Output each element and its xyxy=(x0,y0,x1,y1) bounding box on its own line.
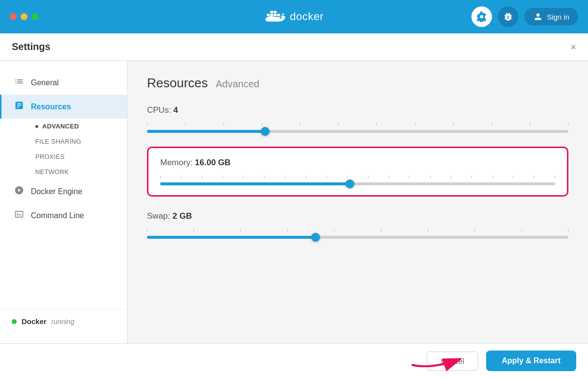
swap-section: Swap: 2 GB xyxy=(147,211,568,239)
sidebar-subitem-network[interactable]: NETWORK xyxy=(29,164,127,179)
svg-point-6 xyxy=(279,17,281,19)
notch xyxy=(453,123,454,126)
titlebar: docker Sign in xyxy=(0,0,588,33)
sidebar-label-general: General xyxy=(31,78,59,87)
sidebar-label-resources: Resources xyxy=(31,102,71,111)
svg-rect-1 xyxy=(270,14,273,16)
docker-logo: docker xyxy=(264,8,323,25)
content-area: General Resources ADVANCED FILE SHARING xyxy=(0,61,588,343)
notch xyxy=(223,123,224,126)
notch xyxy=(326,176,327,178)
cpus-slider-fill xyxy=(147,130,265,133)
notch xyxy=(347,176,347,178)
bottom-bar: Cancel Apply & Restart xyxy=(0,343,588,378)
sidebar-item-docker-engine[interactable]: Docker Engine xyxy=(0,179,127,203)
notch xyxy=(521,229,522,232)
notch xyxy=(243,176,244,178)
notch xyxy=(409,176,410,178)
svg-rect-5 xyxy=(273,11,276,13)
notch xyxy=(389,176,389,178)
window-controls xyxy=(10,13,38,20)
notch xyxy=(381,229,381,232)
subitem-label-network: NETWORK xyxy=(35,168,69,176)
notch xyxy=(513,176,514,178)
docker-status-label: Docker xyxy=(22,317,47,326)
bug-icon-button[interactable] xyxy=(498,6,518,27)
sign-in-button[interactable]: Sign in xyxy=(524,8,578,25)
cpus-notches xyxy=(147,123,568,126)
notch xyxy=(306,176,306,178)
memory-slider-thumb[interactable] xyxy=(345,179,354,188)
svg-rect-0 xyxy=(267,14,270,16)
subitem-label-file-sharing: FILE SHARING xyxy=(35,138,81,145)
notch xyxy=(300,123,300,126)
notch xyxy=(451,176,451,178)
docker-status-dot xyxy=(12,319,17,324)
memory-slider-fill xyxy=(160,182,350,185)
notch xyxy=(194,229,194,232)
sidebar-item-command-line[interactable]: Command Line xyxy=(0,203,127,227)
notch xyxy=(555,176,555,178)
main-window: Settings × General Resources xyxy=(0,33,588,378)
settings-icon-button[interactable] xyxy=(471,6,492,27)
memory-label: Memory: 16.00 GB xyxy=(160,158,555,168)
settings-close-button[interactable]: × xyxy=(570,42,576,52)
general-icon xyxy=(13,76,25,89)
docker-status-state: running xyxy=(51,318,74,326)
page-tab-advanced[interactable]: Advanced xyxy=(216,78,259,90)
apply-restart-button[interactable]: Apply & Restart xyxy=(486,351,576,371)
swap-slider-fill xyxy=(147,236,316,239)
close-window-button[interactable] xyxy=(10,13,17,20)
sidebar-item-general[interactable]: General xyxy=(0,71,127,95)
arrow-annotation xyxy=(407,345,470,372)
cpus-slider-thumb[interactable] xyxy=(261,127,270,136)
swap-label: Swap: 2 GB xyxy=(147,211,568,221)
sidebar-label-docker-engine: Docker Engine xyxy=(31,187,82,196)
sidebar-subitems: ADVANCED FILE SHARING PROXIES NETWORK xyxy=(0,119,127,179)
notch xyxy=(241,229,241,232)
sign-in-label: Sign in xyxy=(547,13,569,21)
notch xyxy=(147,229,147,232)
sidebar-item-resources[interactable]: Resources xyxy=(0,95,127,119)
notch xyxy=(534,176,534,178)
notch xyxy=(430,176,431,178)
page-header: Resources Advanced xyxy=(147,76,568,91)
notch xyxy=(492,176,493,178)
notch xyxy=(222,176,223,178)
notch xyxy=(202,176,202,178)
notch xyxy=(334,229,335,232)
settings-header: Settings × xyxy=(0,33,588,61)
swap-slider-thumb[interactable] xyxy=(311,233,320,242)
sidebar-footer: Docker running xyxy=(0,309,127,333)
svg-rect-4 xyxy=(270,11,273,13)
maximize-window-button[interactable] xyxy=(31,13,38,20)
sidebar-subitem-file-sharing[interactable]: FILE SHARING xyxy=(29,134,127,149)
command-line-icon xyxy=(13,209,25,222)
sidebar: General Resources ADVANCED FILE SHARING xyxy=(0,61,127,343)
notch xyxy=(474,229,475,232)
sidebar-label-command-line: Command Line xyxy=(31,211,84,220)
notch xyxy=(368,176,368,178)
cpus-label-text: CPUs: 4 xyxy=(147,105,178,115)
resources-icon xyxy=(13,101,25,113)
svg-rect-2 xyxy=(273,14,276,16)
bullet-icon xyxy=(35,125,38,128)
memory-slider-track[interactable] xyxy=(160,182,555,185)
swap-slider-track[interactable] xyxy=(147,236,568,239)
cpus-slider-track[interactable] xyxy=(147,130,568,133)
notch xyxy=(530,123,530,126)
docker-engine-icon xyxy=(13,185,25,198)
docker-whale-icon xyxy=(264,8,286,25)
notch xyxy=(491,123,492,126)
swap-label-text: Swap: 2 GB xyxy=(147,211,192,221)
minimize-window-button[interactable] xyxy=(21,13,27,20)
sidebar-subitem-advanced[interactable]: ADVANCED xyxy=(29,119,127,134)
notch xyxy=(415,123,416,126)
swap-notches xyxy=(147,229,568,232)
main-content-panel: Resources Advanced CPUs: 4 xyxy=(127,61,588,343)
notch xyxy=(471,176,472,178)
subitem-label-advanced: ADVANCED xyxy=(42,123,79,130)
sidebar-subitem-proxies[interactable]: PROXIES xyxy=(29,149,127,164)
notch xyxy=(185,123,186,126)
notch xyxy=(338,123,339,126)
